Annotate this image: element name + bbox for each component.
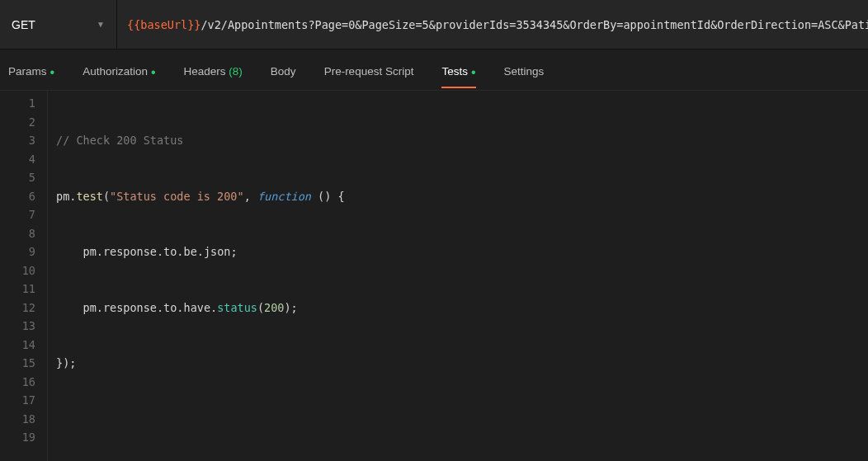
code-line: pm.response.to.be.json; xyxy=(56,242,620,261)
line-number: 17 xyxy=(0,391,35,410)
code-content[interactable]: // Check 200 Status pm.test("Status code… xyxy=(48,91,620,461)
code-editor[interactable]: 1 2 3 4 5 6 7 8 9 10 11 12 13 14 15 16 1… xyxy=(0,91,868,461)
status-dot-icon: • xyxy=(471,65,476,79)
tab-params[interactable]: Params• xyxy=(8,53,54,87)
line-number: 16 xyxy=(0,373,35,392)
tab-authorization[interactable]: Authorization• xyxy=(83,53,155,87)
headers-count: (8) xyxy=(229,65,243,78)
line-gutter: 1 2 3 4 5 6 7 8 9 10 11 12 13 14 15 16 1… xyxy=(0,91,48,461)
line-number: 7 xyxy=(0,205,35,224)
tab-prerequest[interactable]: Pre-request Script xyxy=(324,53,414,87)
line-number: 9 xyxy=(0,242,35,261)
line-number: 1 xyxy=(0,94,35,113)
line-number: 10 xyxy=(0,261,35,280)
code-line: pm.test("Status code is 200", function (… xyxy=(56,187,620,206)
status-dot-icon: • xyxy=(50,65,55,79)
url-variable: {{baseUrl}} xyxy=(127,18,200,31)
code-line xyxy=(56,410,620,429)
line-number: 18 xyxy=(0,410,35,429)
line-number: 19 xyxy=(0,428,35,447)
status-dot-icon: • xyxy=(151,65,156,79)
line-number: 8 xyxy=(0,224,35,243)
request-bar: GET ▼ {{baseUrl}}/v2/Appointments?Page=0… xyxy=(0,0,868,49)
line-number: 14 xyxy=(0,336,35,355)
tab-bar: Params• Authorization• Headers (8) Body … xyxy=(0,49,868,91)
tab-settings[interactable]: Settings xyxy=(504,53,545,87)
tab-tests[interactable]: Tests• xyxy=(441,53,475,87)
line-number: 4 xyxy=(0,150,35,169)
line-number: 11 xyxy=(0,280,35,299)
line-number: 15 xyxy=(0,354,35,373)
line-number: 5 xyxy=(0,168,35,187)
line-number: 2 xyxy=(0,113,35,132)
line-number: 3 xyxy=(0,131,35,150)
chevron-down-icon: ▼ xyxy=(97,20,105,29)
code-line: // Check 200 Status xyxy=(56,131,620,150)
url-input[interactable]: {{baseUrl}}/v2/Appointments?Page=0&PageS… xyxy=(117,0,868,49)
line-number: 6 xyxy=(0,187,35,206)
code-line: pm.response.to.have.status(200); xyxy=(56,299,620,318)
method-selector[interactable]: GET ▼ xyxy=(0,0,117,49)
tab-body[interactable]: Body xyxy=(271,53,296,87)
line-number: 13 xyxy=(0,317,35,336)
tab-headers[interactable]: Headers (8) xyxy=(184,53,243,87)
url-path: /v2/Appointments?Page=0&PageSize=5&provi… xyxy=(200,18,868,31)
line-number: 12 xyxy=(0,299,35,318)
code-line: }); xyxy=(56,354,620,373)
method-label: GET xyxy=(12,18,35,31)
